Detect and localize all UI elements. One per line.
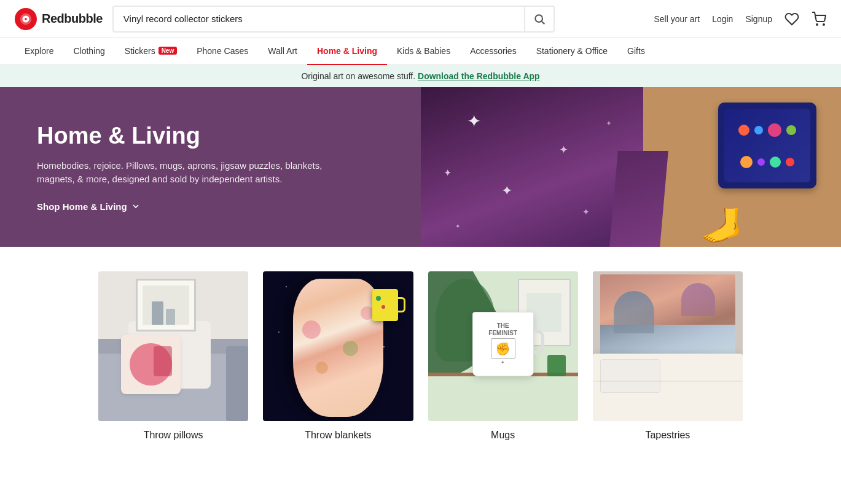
promo-banner: Original art on awesome stuff. Download … xyxy=(0,65,841,87)
throw-pillows-label: Throw pillows xyxy=(144,430,203,441)
header: Redbubble Sell your art Login Signup xyxy=(0,0,841,38)
search-button[interactable] xyxy=(524,6,553,33)
categories-section: Throw pillows xyxy=(0,247,841,465)
nav-item-clothing[interactable]: Clothing xyxy=(63,38,114,65)
nav-item-phone-cases[interactable]: Phone Cases xyxy=(187,38,258,65)
logo-text: Redbubble xyxy=(42,12,103,26)
category-throw-pillows[interactable]: Throw pillows xyxy=(98,271,248,441)
svg-point-3 xyxy=(535,15,542,22)
nav-item-kids-babies[interactable]: Kids & Babies xyxy=(387,38,460,65)
mugs-label: Mugs xyxy=(491,430,515,441)
search-icon xyxy=(533,13,546,25)
header-actions: Sell your art Login Signup xyxy=(654,12,826,26)
hero-title: Home & Living xyxy=(37,123,384,149)
tapestries-label: Tapestries xyxy=(645,430,690,441)
nav-item-accessories[interactable]: Accessories xyxy=(460,38,526,65)
chevron-down-icon xyxy=(131,201,141,211)
hero-image: ✦ ✦ ✦ ✦ ✦ ✦ ✦ 🦶 xyxy=(421,87,842,247)
nav-item-home-living[interactable]: Home & Living xyxy=(307,38,387,65)
logo[interactable]: Redbubble xyxy=(15,8,103,30)
search-input[interactable] xyxy=(114,14,524,24)
mugs-image: THE FEMINIST ✊ ✦ xyxy=(428,271,578,421)
hero-content: Home & Living Homebodies, rejoice. Pillo… xyxy=(0,87,421,247)
search-bar xyxy=(112,6,555,33)
category-tapestries[interactable]: Tapestries xyxy=(593,271,743,441)
nav-item-explore[interactable]: Explore xyxy=(15,38,63,65)
category-throw-blankets[interactable]: Throw blankets xyxy=(263,271,413,441)
nav-item-wall-art[interactable]: Wall Art xyxy=(258,38,307,65)
hero-section: Home & Living Homebodies, rejoice. Pillo… xyxy=(0,87,841,247)
cart-button[interactable] xyxy=(812,12,826,26)
svg-point-2 xyxy=(25,18,27,20)
signup-link[interactable]: Signup xyxy=(745,14,772,24)
promo-link[interactable]: Download the Redbubble App xyxy=(418,71,540,81)
sell-art-link[interactable]: Sell your art xyxy=(654,14,700,24)
cart-icon xyxy=(812,12,826,26)
svg-point-6 xyxy=(823,24,824,25)
tapestries-image xyxy=(593,271,743,421)
svg-point-5 xyxy=(816,24,818,25)
svg-line-4 xyxy=(542,21,545,24)
throw-blankets-label: Throw blankets xyxy=(305,430,372,441)
category-mugs[interactable]: THE FEMINIST ✊ ✦ Mugs xyxy=(428,271,578,441)
hero-cta-label: Shop Home & Living xyxy=(37,201,127,212)
login-link[interactable]: Login xyxy=(712,14,733,24)
hero-cta-button[interactable]: Shop Home & Living xyxy=(37,201,384,212)
logo-icon xyxy=(15,8,37,30)
wishlist-button[interactable] xyxy=(784,12,799,26)
throw-pillows-image xyxy=(98,271,248,421)
nav-item-stationery[interactable]: Stationery & Office xyxy=(526,38,617,65)
main-nav: ExploreClothingStickersNewPhone CasesWal… xyxy=(0,38,841,65)
new-badge: New xyxy=(158,47,178,55)
nav-item-gifts[interactable]: Gifts xyxy=(617,38,655,65)
heart-icon xyxy=(784,12,799,26)
hero-description: Homebodies, rejoice. Pillows, mugs, apro… xyxy=(37,159,344,187)
category-grid: Throw pillows xyxy=(98,271,743,441)
throw-blankets-image xyxy=(263,271,413,421)
nav-item-stickers[interactable]: StickersNew xyxy=(115,38,187,65)
promo-text: Original art on awesome stuff. xyxy=(301,71,415,81)
